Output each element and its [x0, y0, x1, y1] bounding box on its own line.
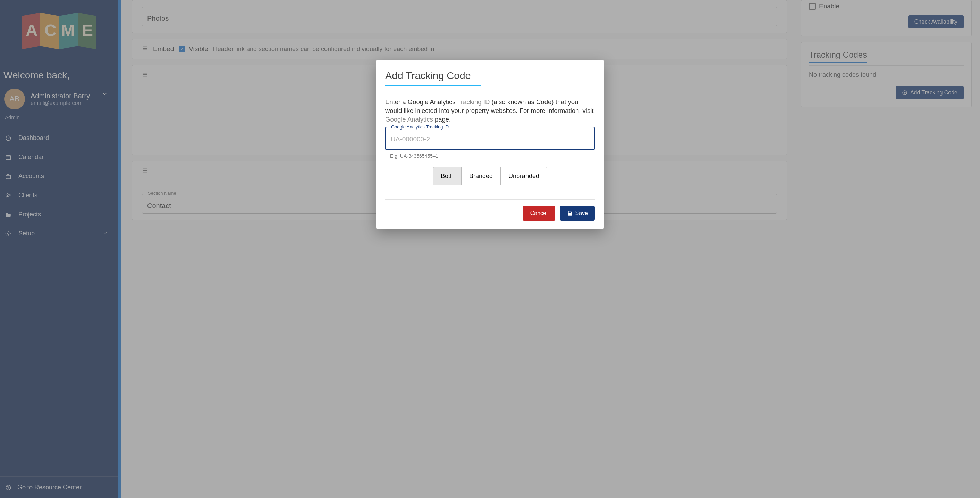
modal-overlay[interactable]: Add Tracking Code Enter a Google Analyti…	[0, 0, 980, 498]
seg-branded[interactable]: Branded	[461, 167, 501, 185]
tracking-id-link[interactable]: Tracking ID	[457, 98, 490, 105]
seg-unbranded[interactable]: Unbranded	[501, 167, 547, 185]
add-tracking-code-modal: Add Tracking Code Enter a Google Analyti…	[376, 60, 604, 229]
tracking-id-hint: E.g. UA-343565455–1	[385, 150, 595, 160]
modal-body: Enter a Google Analytics Tracking ID (al…	[385, 90, 595, 195]
modal-intro-3: page.	[433, 116, 451, 123]
modal-title: Add Tracking Code	[385, 70, 595, 90]
brand-segment: Both Branded Unbranded	[385, 167, 595, 185]
modal-intro-1: Enter a Google Analytics	[385, 98, 457, 105]
app-root: A C M E Welcome back, AB Administrator B…	[0, 0, 980, 498]
save-label: Save	[575, 210, 588, 216]
tracking-id-label: Google Analytics Tracking ID	[389, 124, 450, 130]
tracking-id-field[interactable]: Google Analytics Tracking ID	[385, 127, 595, 150]
save-icon	[567, 211, 573, 216]
seg-both[interactable]: Both	[433, 167, 461, 185]
cancel-button[interactable]: Cancel	[523, 206, 555, 220]
save-button[interactable]: Save	[560, 206, 595, 220]
tracking-id-input[interactable]	[391, 136, 589, 143]
google-analytics-link[interactable]: Google Analytics	[385, 116, 433, 123]
modal-footer: Cancel Save	[385, 200, 595, 220]
